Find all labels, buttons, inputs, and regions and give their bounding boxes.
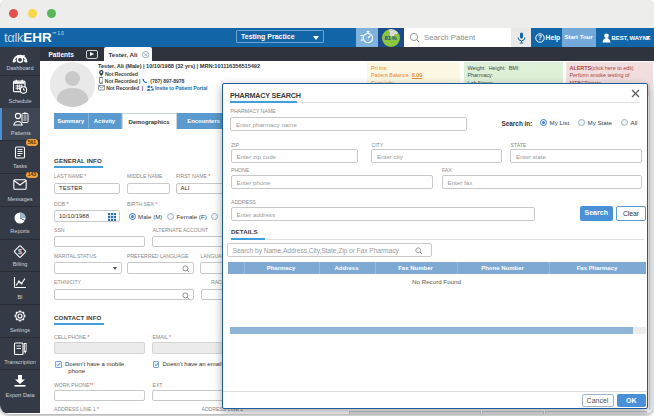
svg-text:$: $ (18, 248, 22, 255)
svg-text:?: ? (538, 34, 542, 41)
